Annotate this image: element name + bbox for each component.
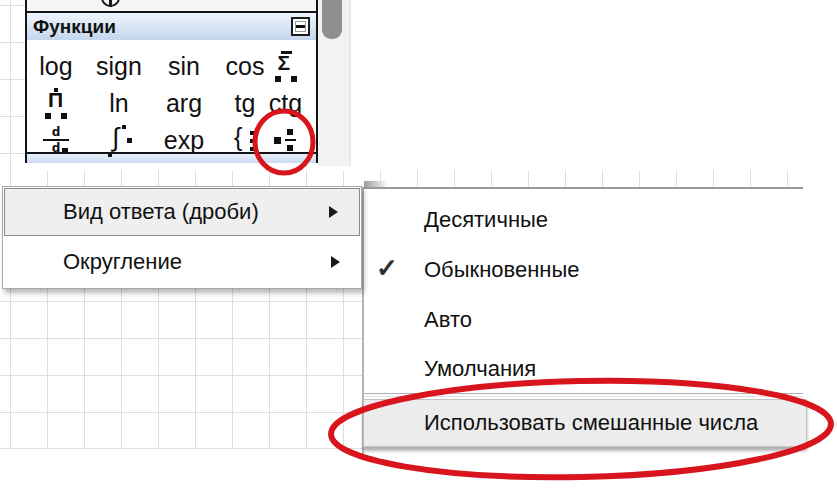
submenu-item-label: Умолчания	[424, 356, 536, 382]
submenu-item-label: Использовать смешанные числа	[424, 410, 758, 436]
brace-icon: {	[234, 125, 242, 150]
menu-item-label: Вид ответа (дроби)	[63, 199, 259, 225]
panel-above-fragment	[27, 0, 316, 11]
minus-icon	[296, 25, 305, 28]
pi-icon: Π	[48, 89, 63, 110]
derivative-button[interactable]: d d	[43, 126, 69, 156]
summation-button[interactable]: Σ	[273, 51, 299, 82]
log-button[interactable]: log	[39, 54, 72, 79]
mixed-number-icon	[274, 137, 281, 144]
worksheet-grid-left	[0, 0, 26, 170]
submenu-arrow-icon	[329, 206, 338, 218]
submenu-item-decimal[interactable]: Десятичные	[364, 195, 803, 245]
functions-row-1: log sign sin cos Σ	[27, 48, 316, 85]
submenu-item-label: Авто	[424, 307, 472, 333]
panel-scrollbar-thumb[interactable]	[322, 0, 342, 39]
submenu-item-label: Десятичные	[424, 207, 548, 233]
submenu-item-defaults[interactable]: Умолчания	[364, 345, 803, 393]
sigma-icon: Σ	[278, 52, 291, 73]
functions-row-2: Π ln arg tg ctg	[27, 85, 316, 122]
submenu-item-common[interactable]: ✓ Обыкновенные	[364, 245, 803, 295]
circled-plus-icon	[101, 0, 120, 7]
submenu-top-shadow	[364, 181, 388, 187]
menu-item-rounding[interactable]: Округление	[3, 237, 361, 287]
arg-button[interactable]: arg	[166, 91, 202, 116]
submenu-arrow-icon	[331, 256, 340, 268]
check-icon: ✓	[376, 253, 398, 284]
sin-button[interactable]: sin	[168, 54, 200, 79]
menu-item-label: Округление	[63, 249, 182, 275]
mixed-number-button[interactable]	[274, 126, 298, 156]
exp-button[interactable]: exp	[164, 128, 204, 153]
context-menu: Вид ответа (дроби) Округление	[2, 186, 362, 289]
functions-panel: Функции log sign sin cos Σ Π ln	[25, 0, 318, 163]
submenu-separator	[364, 393, 803, 397]
integral-icon: ∫	[112, 124, 119, 150]
cos-button[interactable]: cos	[226, 54, 265, 79]
functions-panel-title: Функции	[33, 13, 116, 40]
product-button[interactable]: Π	[43, 88, 69, 119]
worksheet-grid-top-band	[0, 170, 803, 187]
ln-button[interactable]: ln	[109, 91, 128, 116]
panel-dock-edge	[349, 0, 351, 166]
ctg-button[interactable]: ctg	[269, 91, 302, 116]
equation-system-button[interactable]: {	[234, 126, 256, 156]
functions-panel-body: log sign sin cos Σ Π ln arg tg ctg	[27, 40, 316, 152]
functions-panel-header: Функции	[27, 13, 316, 40]
derivative-icon: d	[52, 125, 61, 139]
minimize-button[interactable]	[291, 17, 310, 36]
menu-item-answer-format[interactable]: Вид ответа (дроби)	[4, 188, 360, 236]
submenu-item-label: Обыкновенные	[424, 257, 580, 283]
submenu-item-use-mixed-numbers[interactable]: Использовать смешанные числа	[363, 399, 807, 447]
worksheet-grid-main	[0, 289, 363, 449]
sign-button[interactable]: sign	[96, 54, 142, 79]
definite-integral-button[interactable]: ∫	[106, 125, 132, 157]
tg-button[interactable]: tg	[235, 91, 256, 116]
answer-format-submenu: Десятичные ✓ Обыкновенные Авто Умолчания…	[362, 187, 803, 455]
submenu-item-auto[interactable]: Авто	[364, 295, 803, 345]
